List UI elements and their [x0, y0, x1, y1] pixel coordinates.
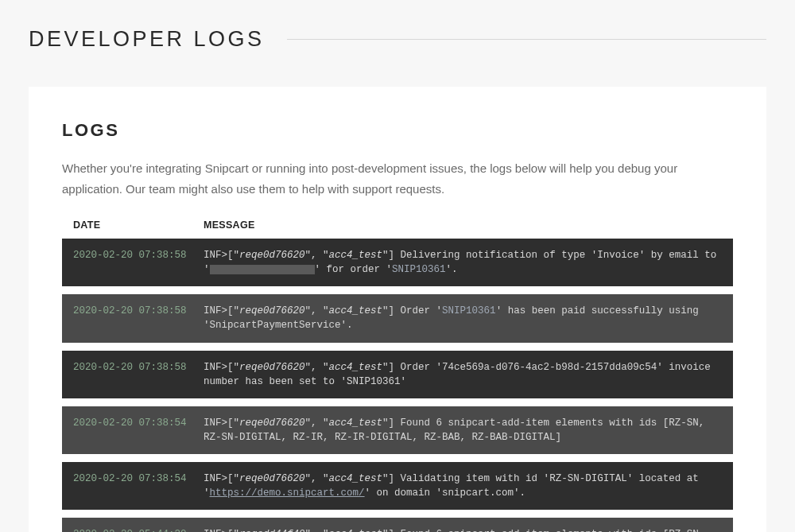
log-request-id: reqe0d76620 — [239, 305, 305, 316]
log-level: INF — [204, 250, 222, 261]
log-row: 2020-02-20 07:38:54INF>["reqe0d76620", "… — [62, 462, 733, 510]
log-account-id: acc4_test — [329, 362, 383, 373]
log-account-id: acc4_test — [329, 250, 383, 261]
log-timestamp: 2020-02-20 07:38:58 — [73, 248, 204, 277]
log-level: INF — [204, 473, 222, 484]
log-account-id: acc4_test — [329, 473, 383, 484]
page-header: DEVELOPER LOGS — [29, 27, 766, 52]
log-request-id: reqe0d76620 — [239, 250, 305, 261]
log-account-id: acc4_test — [329, 417, 383, 429]
log-level: INF — [204, 529, 222, 532]
column-header-message: MESSAGE — [204, 219, 722, 231]
header-divider — [287, 39, 766, 40]
log-timestamp: 2020-02-20 07:38:54 — [73, 472, 204, 500]
log-timestamp: 2020-02-20 05:44:30 — [73, 527, 204, 532]
log-request-id: reqe0d76620 — [239, 417, 305, 429]
log-request-id: reqedd44f49 — [239, 529, 305, 532]
log-highlight: SNIP10361 — [392, 264, 446, 275]
panel-title: LOGS — [62, 120, 733, 141]
log-timestamp: 2020-02-20 07:38:58 — [73, 304, 204, 332]
log-link[interactable]: https://demo.snipcart.com/ — [210, 487, 365, 499]
log-row: 2020-02-20 07:38:54INF>["reqe0d76620", "… — [62, 406, 733, 454]
log-row: 2020-02-20 07:38:58INF>["reqe0d76620", "… — [62, 239, 733, 286]
log-request-id: reqe0d76620 — [239, 473, 305, 484]
log-row: 2020-02-20 05:44:30INF>["reqedd44f49", "… — [62, 518, 733, 532]
log-account-id: acc4_test — [329, 305, 383, 316]
panel-description: Whether you're integrating Snipcart or r… — [62, 158, 733, 199]
log-message: INF>["reqe0d76620", "acc4_test"] Validat… — [204, 472, 722, 500]
column-header-date: DATE — [73, 219, 204, 231]
redacted-text — [210, 265, 315, 274]
log-message: INF>["reqe0d76620", "acc4_test"] Found 6… — [204, 416, 722, 445]
log-message: INF>["reqe0d76620", "acc4_test"] Order '… — [204, 304, 722, 332]
log-row: 2020-02-20 07:38:58INF>["reqe0d76620", "… — [62, 351, 733, 398]
log-rows: 2020-02-20 07:38:58INF>["reqe0d76620", "… — [62, 239, 733, 532]
log-message: INF>["reqe0d76620", "acc4_test"] Order '… — [204, 360, 722, 389]
log-timestamp: 2020-02-20 07:38:58 — [73, 360, 204, 389]
log-message: INF>["reqedd44f49", "acc4_test"] Found 6… — [204, 527, 722, 532]
log-highlight: SNIP10361 — [442, 305, 496, 316]
log-message: INF>["reqe0d76620", "acc4_test"] Deliver… — [204, 248, 722, 277]
page-title: DEVELOPER LOGS — [29, 27, 265, 52]
logs-panel: LOGS Whether you're integrating Snipcart… — [29, 87, 766, 532]
log-level: INF — [204, 417, 222, 429]
log-request-id: reqe0d76620 — [239, 362, 305, 373]
developer-logs-page: DEVELOPER LOGS LOGS Whether you're integ… — [0, 0, 795, 532]
log-row: 2020-02-20 07:38:58INF>["reqe0d76620", "… — [62, 294, 733, 342]
log-table-header: DATE MESSAGE — [62, 219, 733, 239]
log-level: INF — [204, 362, 222, 373]
log-account-id: acc4_test — [329, 529, 383, 532]
log-level: INF — [204, 305, 222, 316]
log-timestamp: 2020-02-20 07:38:54 — [73, 416, 204, 445]
